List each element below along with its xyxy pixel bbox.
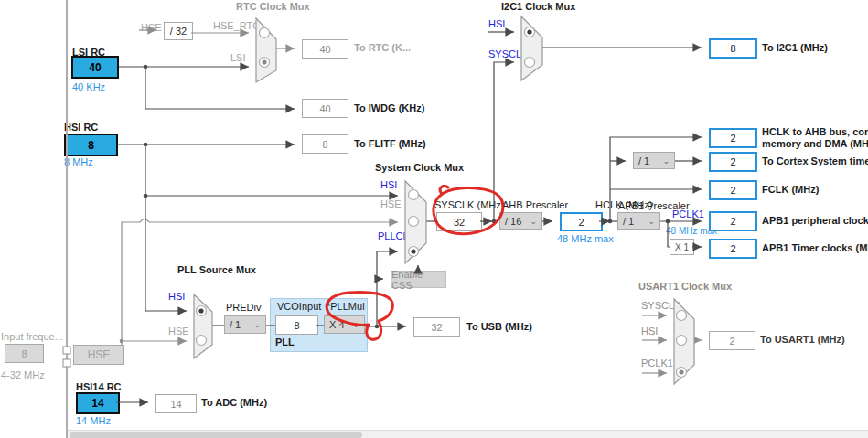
lsi-rc-value-box: 40: [71, 56, 119, 79]
to-flitf-label: To FLITF (MHz): [354, 138, 426, 150]
enable-css-button[interactable]: Enable CSS: [391, 271, 446, 288]
chevron-down-icon: ⌄: [352, 320, 359, 329]
clock-configuration-canvas: RTC Clock Mux HSE / 32 HSE_RTC LSI 40 To…: [0, 0, 868, 438]
radio-selected-dot: [262, 59, 266, 64]
hsi14-freq-label: 14 MHz: [76, 415, 111, 427]
apb1-timer-label: APB1 Timer clocks (MH: [762, 242, 868, 254]
sysmux-radio-hsi[interactable]: [409, 190, 419, 200]
sysmux-radio-pllclk[interactable]: [409, 247, 419, 257]
rtc-mux-title: RTC Clock Mux: [236, 1, 310, 13]
horizontal-scrollbar[interactable]: [68, 430, 868, 438]
fclk-label: FCLK (MHz): [762, 184, 819, 196]
pclk1-label: PCLK1: [672, 208, 704, 220]
fclk-value-input[interactable]: 2: [709, 180, 757, 200]
prediv-select[interactable]: / 1 ⌄: [224, 315, 266, 334]
apb1-peripheral-value-input[interactable]: 2: [709, 211, 757, 231]
input-frequency-label: Input freque...: [1, 331, 63, 343]
rtc-mux-radio-lsi[interactable]: [260, 58, 270, 68]
pllmul-select[interactable]: X 4 ⌄: [324, 315, 365, 334]
usb-freq-value: 32: [413, 317, 460, 337]
usart1-mux-title: USART1 Clock Mux: [638, 281, 732, 293]
pllmul-label: *PLLMul: [327, 301, 365, 313]
input-frequency-value-box: 8: [5, 344, 44, 363]
to-usart1-label: To USART1 (MHz): [760, 334, 845, 346]
lsi-signal-label: LSI: [230, 52, 246, 64]
radio-selected-dot: [198, 308, 203, 313]
apb1-peripheral-label: APB1 peripheral clocks: [762, 215, 868, 227]
pllmux-radio-hsi[interactable]: [197, 306, 207, 316]
pll-panel-label: PLL: [275, 337, 295, 348]
hclk-ahb-label-line1: HCLK to AHB bus, core,: [762, 126, 868, 138]
iwdg-freq-value: 40: [302, 99, 348, 118]
to-usb-label: To USB (MHz): [466, 321, 532, 333]
rtc-divider-box: / 32: [164, 22, 193, 40]
ahb-prescaler-label: AHB Prescaler: [502, 199, 568, 211]
vco-input-label: VCOInput: [277, 301, 321, 313]
sysclk-label: SYSCLK (MHz): [434, 199, 504, 211]
usart1-mux-radio-pclk1[interactable]: [677, 368, 687, 378]
pllmux-input-hsi-label: HSI: [168, 291, 185, 303]
pllmul-value: X 4: [329, 319, 345, 330]
hse-source-box[interactable]: HSE: [73, 345, 124, 365]
i2c1-value-input[interactable]: 8: [709, 38, 757, 59]
rtc-mux-radio-hse-rtc[interactable]: [260, 28, 270, 38]
pll-mux-title: PLL Source Mux: [177, 264, 256, 276]
cortex-timer-label: To Cortex System timer: [762, 155, 868, 167]
hse-signal-label: HSE: [141, 22, 162, 34]
radio-selected-dot: [411, 249, 415, 253]
i2c1-mux-title: I2C1 Clock Mux: [501, 1, 575, 13]
prediv-label: PREDiv: [226, 302, 262, 314]
rtc-freq-value: 40: [302, 39, 348, 59]
cortex-prescaler-value: / 1: [638, 155, 649, 166]
to-i2c1-label: To I2C1 (MHz): [762, 42, 828, 54]
hclk-ahb-label-line2: memory and DMA (MHz: [762, 138, 868, 150]
system-mux-title: System Clock Mux: [375, 162, 464, 174]
usart1-mux-radio-hsi[interactable]: [677, 336, 687, 346]
sysclk-value-box: 32: [436, 212, 482, 231]
apb1-prescaler-value: / 1: [623, 216, 634, 227]
i2c1-input-hsi-label: HSI: [488, 18, 505, 30]
hsi-rc-value-box: 8: [64, 134, 118, 156]
hse-rtc-signal-label: HSE_RTC: [213, 20, 260, 32]
apb1-timer-value-input[interactable]: 2: [709, 239, 757, 259]
cortex-prescaler-select[interactable]: / 1 ⌄: [633, 152, 675, 169]
usart1-freq-value: 2: [709, 331, 755, 350]
i2c1-mux-radio-hsi[interactable]: [525, 27, 535, 37]
adc-freq-value: 14: [155, 394, 197, 413]
to-iwdg-label: To IWDG (KHz): [354, 102, 424, 114]
ahb-prescaler-select[interactable]: / 16 ⌄: [499, 212, 542, 230]
i2c1-input-sysclk-label: SYSCLK: [488, 48, 528, 60]
system-mux-shape: [405, 181, 426, 263]
vco-input-value-box: 8: [275, 315, 318, 335]
usart1-input-pclk1-label: PCLK1: [641, 358, 673, 369]
to-rtc-label: To RTC (K...: [354, 42, 411, 54]
sysmux-input-pllclk-label: PLLCLK: [378, 230, 415, 242]
hclk-max-label: 48 MHz max: [557, 233, 614, 245]
pllmux-input-hse-label: HSE: [168, 326, 189, 337]
sysmux-input-hse-label: HSE: [380, 198, 402, 210]
sysmux-input-hsi-label: HSI: [380, 179, 397, 191]
prediv-value: / 1: [230, 319, 241, 330]
apb1-timer-mult-box: X 1: [670, 239, 694, 255]
pllmux-radio-hse[interactable]: [197, 336, 207, 346]
cortex-timer-value-input[interactable]: 2: [709, 152, 757, 172]
hsi-rc-title: HSI RC: [64, 122, 98, 134]
hse-port-icon: [63, 359, 70, 367]
wires-dark: [116, 32, 702, 402]
chevron-down-icon: ⌄: [253, 320, 261, 329]
chevron-down-icon: ⌄: [530, 217, 537, 226]
input-frequency-range: 4-32 MHz: [1, 369, 45, 381]
chevron-down-icon: ⌄: [648, 217, 655, 226]
hsi14-rc-value-box: 14: [76, 392, 120, 414]
radio-selected-dot: [527, 29, 531, 34]
to-adc-label: To ADC (MHz): [201, 397, 267, 409]
usart1-mux-radio-sysclk[interactable]: [677, 311, 687, 321]
hclk-value-input[interactable]: 2: [560, 212, 603, 231]
ahb-prescaler-value: / 16: [505, 216, 521, 227]
apb1-prescaler-select[interactable]: / 1 ⌄: [617, 212, 660, 230]
scrollbar-thumb[interactable]: [70, 432, 362, 438]
sysmux-radio-hse[interactable]: [409, 217, 419, 227]
flitf-freq-value: 8: [302, 134, 348, 154]
chevron-down-icon: ⌄: [662, 156, 670, 166]
hclk-ahb-value-input[interactable]: 2: [709, 128, 757, 148]
